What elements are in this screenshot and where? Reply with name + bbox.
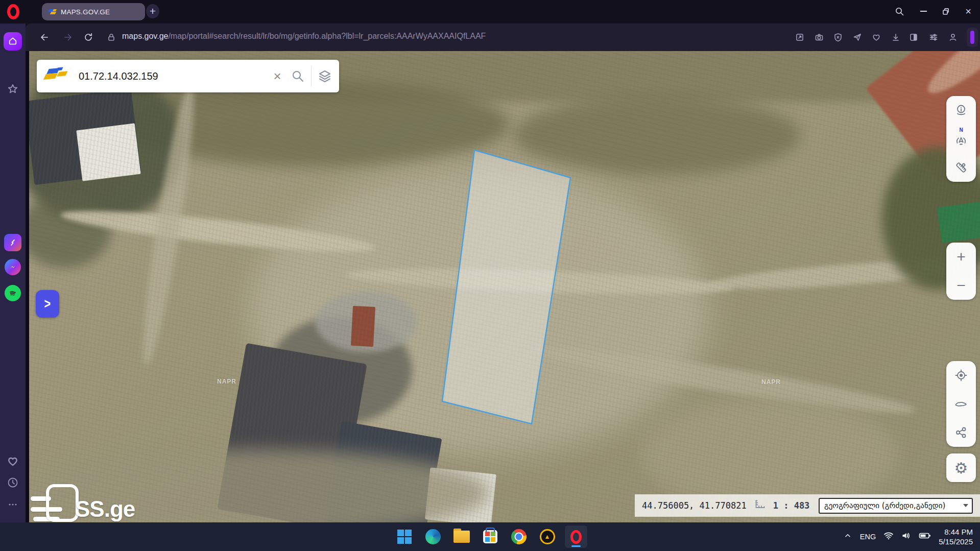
start-button[interactable] <box>393 525 416 548</box>
napr-watermark: NAPR <box>761 378 781 386</box>
layers-icon[interactable] <box>314 65 336 87</box>
measure-button[interactable] <box>946 153 976 182</box>
screen: MAPS.GOV.GE + × maps.gov.ge/map/portal#s… <box>0 0 980 551</box>
url-host: maps.gov.ge <box>122 32 168 40</box>
wifi-icon[interactable] <box>883 531 894 542</box>
location-tools-group <box>946 361 976 447</box>
crs-dropdown-value: გეოგრაფიული (გრძედი,განედი) <box>824 501 945 510</box>
messenger-icon <box>5 259 21 275</box>
expand-panel-button[interactable]: > <box>36 290 59 318</box>
search-icon[interactable] <box>286 65 309 87</box>
camera-icon[interactable] <box>812 30 826 44</box>
sidebar-pinboards-button[interactable] <box>0 83 26 96</box>
browser-toolbar: maps.gov.ge/map/portal#search/result/lr/… <box>26 23 980 51</box>
window-restore-button[interactable] <box>937 3 954 19</box>
battery-icon[interactable] <box>919 531 931 542</box>
window-close-button[interactable]: × <box>960 3 977 19</box>
chevron-right-icon: > <box>44 296 51 313</box>
settings-group: ⚙ <box>946 453 976 482</box>
crs-dropdown[interactable]: გეოგრაფიული (გრძედი,განედი) <box>819 498 973 514</box>
full-extent-button[interactable] <box>946 390 976 418</box>
volume-icon[interactable] <box>901 531 911 542</box>
zoom-controls: + − <box>946 243 976 300</box>
aria-ai-icon <box>4 234 21 251</box>
profile-icon[interactable] <box>946 30 960 44</box>
tab-title: MAPS.GOV.GE <box>61 8 110 16</box>
ms-store-button[interactable] <box>479 525 501 548</box>
map-status-bar: 44.756005, 41.770821 1 : 483 გეოგრაფიული… <box>635 494 980 517</box>
chevron-down-icon <box>963 504 968 507</box>
shield-x-icon[interactable] <box>831 30 845 44</box>
maps-favicon-icon <box>48 8 57 15</box>
back-button[interactable] <box>37 30 52 45</box>
terrain-texture <box>29 51 980 522</box>
compass-button[interactable]: N <box>946 125 976 153</box>
heart-icon[interactable] <box>869 30 883 44</box>
edge-icon <box>425 529 441 544</box>
window-search-icon[interactable] <box>891 3 908 19</box>
pill-shape <box>970 31 974 44</box>
windows-taskbar: ▲ ENG 8:44 PM 5/15/2025 <box>0 522 980 551</box>
opera-button[interactable] <box>565 525 587 548</box>
triangle-app-icon: ▲ <box>540 529 555 544</box>
minus-icon: − <box>957 277 966 294</box>
pin-icon[interactable] <box>793 30 807 44</box>
sidebar-messenger-button[interactable] <box>0 259 26 275</box>
napr-watermark: NAPR <box>217 378 236 385</box>
sidebar-home-button[interactable] <box>0 32 26 51</box>
chrome-button[interactable] <box>508 525 530 548</box>
sidebar-favorites-button[interactable] <box>0 455 26 467</box>
language-indicator[interactable]: ENG <box>860 533 876 541</box>
locate-button[interactable] <box>946 361 976 390</box>
browser-tab[interactable]: MAPS.GOV.GE <box>42 3 145 20</box>
browser-titlebar: MAPS.GOV.GE + × <box>0 0 980 23</box>
satellite-map[interactable]: NAPR NAPR × > N <box>29 51 980 522</box>
tray-chevron-up-icon[interactable] <box>843 531 852 542</box>
parcel-search-input[interactable] <box>79 70 268 82</box>
settings-gear-icon[interactable]: ⚙ <box>946 453 976 482</box>
reload-button[interactable] <box>81 30 96 45</box>
share-button[interactable] <box>946 418 976 447</box>
zoom-in-button[interactable]: + <box>946 243 976 271</box>
new-tab-button[interactable]: + <box>146 4 159 18</box>
url-path: /map/portal#search/result/lr/bo/mg/getin… <box>168 32 486 40</box>
sidebar-spotify-button[interactable] <box>0 285 26 301</box>
purple-indicator-pill[interactable] <box>967 28 978 47</box>
tray-date: 5/15/2025 <box>939 537 973 547</box>
clear-search-icon[interactable]: × <box>268 67 286 85</box>
folder-icon <box>453 531 470 543</box>
store-icon <box>483 530 497 543</box>
sidebar-overflow-dots-icon[interactable] <box>0 498 26 511</box>
sidebar-aria-ai-button[interactable] <box>0 234 26 251</box>
file-explorer-button[interactable] <box>450 525 473 548</box>
edge-button[interactable] <box>422 525 444 548</box>
theme-toggle-icon[interactable] <box>906 30 921 44</box>
tray-time: 8:44 PM <box>939 527 973 537</box>
triangle-app-button[interactable]: ▲ <box>536 525 559 548</box>
clock[interactable]: 8:44 PM 5/15/2025 <box>939 527 973 547</box>
napr-logo-icon <box>44 67 70 85</box>
window-minimize-button[interactable] <box>915 3 932 19</box>
spotify-icon <box>5 285 21 301</box>
tune-icon[interactable] <box>926 30 941 44</box>
info-button[interactable] <box>946 96 976 125</box>
plus-icon: + <box>957 248 966 266</box>
zoom-out-button[interactable]: − <box>946 271 976 300</box>
home-icon <box>4 32 22 51</box>
cursor-coordinates: 44.756005, 41.770821 <box>642 500 747 511</box>
windows-logo-icon <box>397 530 412 544</box>
map-tools-group: N <box>946 96 976 182</box>
system-tray: ENG 8:44 PM 5/15/2025 <box>843 522 980 551</box>
window-edge <box>26 51 29 522</box>
opera-sidebar <box>0 23 26 522</box>
chrome-icon <box>511 529 527 544</box>
opera-logo-icon[interactable] <box>7 4 19 19</box>
lock-icon[interactable] <box>104 30 119 45</box>
scale-ruler-icon <box>754 499 766 512</box>
map-scale: 1 : 483 <box>773 500 810 511</box>
send-flow-icon[interactable] <box>850 30 865 44</box>
download-icon[interactable] <box>889 30 903 44</box>
forward-button[interactable] <box>60 30 76 45</box>
address-bar[interactable]: maps.gov.ge/map/portal#search/result/lr/… <box>122 32 486 41</box>
sidebar-history-button[interactable] <box>0 476 26 489</box>
